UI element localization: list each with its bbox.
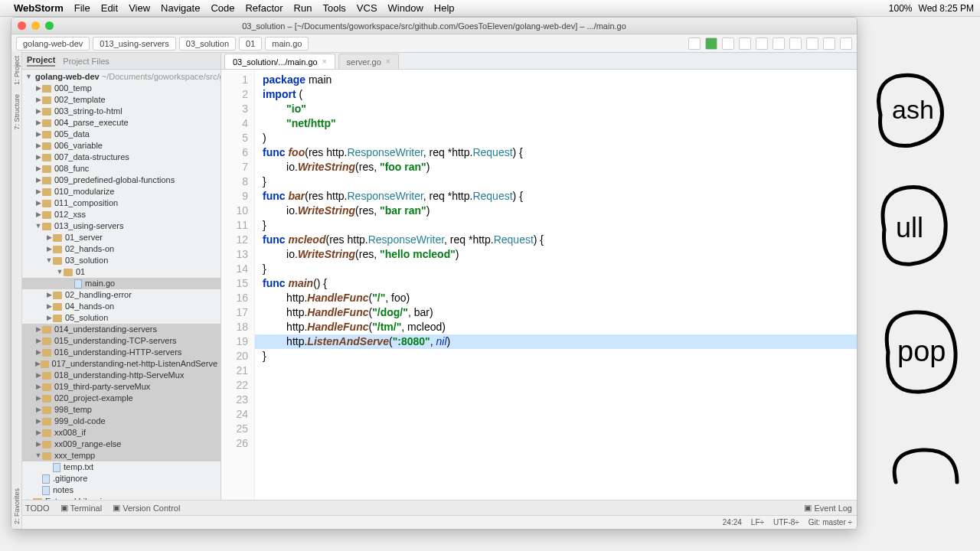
- coverage-icon[interactable]: [739, 37, 751, 50]
- project-root[interactable]: golang-web-dev: [35, 72, 100, 82]
- tree-node[interactable]: temp.txt: [22, 461, 220, 473]
- tree-node[interactable]: .gitignore: [22, 473, 220, 484]
- build-icon[interactable]: [688, 37, 701, 50]
- line-ending[interactable]: LF÷: [751, 518, 764, 527]
- tree-node[interactable]: main.go: [22, 278, 220, 289]
- project-tool-tab[interactable]: 1: Project: [13, 56, 21, 85]
- project-tab[interactable]: Project: [27, 55, 55, 67]
- menu-window[interactable]: Window: [388, 2, 423, 14]
- desktop-background-sketch: ash ull pop: [865, 23, 980, 528]
- tree-node[interactable]: ▶998_temp: [22, 404, 220, 416]
- editor-area: 03_solution/.../main.go× server.go× 1234…: [221, 53, 857, 500]
- menu-refactor[interactable]: Refactor: [245, 2, 283, 14]
- terminal-tool[interactable]: ▣ Terminal: [60, 503, 103, 513]
- menu-view[interactable]: View: [129, 2, 150, 14]
- breadcrumb[interactable]: main.go: [265, 37, 309, 51]
- update-icon[interactable]: [773, 37, 785, 50]
- tree-node[interactable]: ▶999_old-code: [22, 416, 220, 427]
- tree-node[interactable]: ▶xx009_range-else: [22, 439, 220, 450]
- favorites-tool-tab[interactable]: 2: Favorites: [13, 488, 21, 524]
- code-editor[interactable]: 1234567891011121314151617181920212223242…: [221, 70, 857, 500]
- tree-node[interactable]: ▶01_server: [22, 232, 220, 243]
- event-log-tool[interactable]: ▣ Event Log: [804, 503, 852, 513]
- menu-tools[interactable]: Tools: [322, 2, 345, 14]
- svg-text:ash: ash: [892, 95, 934, 124]
- breadcrumb[interactable]: 01: [239, 37, 262, 51]
- menu-edit[interactable]: Edit: [101, 2, 118, 14]
- ide-window: 03_solution – [~/Documents/goworkspace/s…: [11, 17, 858, 530]
- tree-node[interactable]: ▶014_understanding-servers: [22, 324, 220, 335]
- revert-icon[interactable]: [823, 37, 835, 50]
- tree-node[interactable]: ▼xxx_tempp: [22, 450, 220, 461]
- stop-icon[interactable]: [756, 37, 768, 50]
- tree-node[interactable]: ▶020_project-example: [22, 393, 220, 404]
- breadcrumb[interactable]: 03_solution: [179, 37, 236, 51]
- line-gutter: 1234567891011121314151617181920212223242…: [221, 70, 255, 500]
- tree-node[interactable]: ▶008_func: [22, 163, 220, 174]
- search-icon[interactable]: [840, 37, 852, 50]
- debug-icon[interactable]: [722, 37, 734, 50]
- tab-server-go[interactable]: server.go×: [338, 54, 399, 69]
- code-content[interactable]: package mainimport ( "io" "net/http")fun…: [255, 70, 857, 500]
- project-tree[interactable]: ▼golang-web-dev ~/Documents/goworkspace/…: [22, 70, 220, 500]
- menu-navigate[interactable]: Navigate: [161, 2, 200, 14]
- menu-vcs[interactable]: VCS: [357, 2, 377, 14]
- left-tool-strip: 1: Project 7: Structure 2: Favorites: [11, 51, 22, 529]
- git-branch[interactable]: Git: master ÷: [808, 518, 852, 527]
- battery-indicator[interactable]: 100%: [889, 3, 913, 14]
- caret-position: 24:24: [723, 518, 742, 527]
- tree-node[interactable]: ▶017_understanding-net-http-ListenAndSer…: [22, 358, 220, 370]
- tab-main-go[interactable]: 03_solution/.../main.go×: [224, 54, 335, 69]
- app-name[interactable]: WebStorm: [14, 2, 64, 14]
- tree-node[interactable]: ▶02_hands-on: [22, 243, 220, 255]
- tree-node[interactable]: ▶006_variable: [22, 140, 220, 152]
- structure-tool-tab[interactable]: 7: Structure: [13, 94, 21, 130]
- breadcrumb-bar: golang-web-dev 013_using-servers 03_solu…: [11, 34, 857, 53]
- tree-node[interactable]: ▶010_modularize: [22, 186, 220, 197]
- tree-node[interactable]: ▶005_data: [22, 129, 220, 140]
- menu-file[interactable]: File: [74, 2, 90, 14]
- tree-node[interactable]: ▶002_template: [22, 94, 220, 106]
- tree-node[interactable]: ▶018_understanding-http-ServeMux: [22, 370, 220, 381]
- tree-node[interactable]: ▶04_hands-on: [22, 301, 220, 312]
- window-title: 03_solution – [~/Documents/goworkspace/s…: [11, 21, 857, 31]
- commit-icon[interactable]: [789, 37, 802, 50]
- encoding[interactable]: UTF-8÷: [773, 518, 799, 527]
- tree-node[interactable]: ▶015_understanding-TCP-servers: [22, 335, 220, 347]
- menu-help[interactable]: Help: [434, 2, 455, 14]
- tree-node[interactable]: notes: [22, 484, 220, 496]
- tree-node[interactable]: ▼01: [22, 266, 220, 278]
- tree-node[interactable]: ▶012_xss: [22, 209, 220, 220]
- menu-run[interactable]: Run: [294, 2, 312, 14]
- tree-node[interactable]: ▶05_solution: [22, 312, 220, 324]
- svg-text:pop: pop: [897, 335, 946, 367]
- breadcrumb[interactable]: 013_using-servers: [93, 37, 176, 51]
- editor-tabs: 03_solution/.../main.go× server.go×: [221, 53, 857, 70]
- tree-node[interactable]: ▶007_data-structures: [22, 152, 220, 163]
- menu-code[interactable]: Code: [211, 2, 234, 14]
- tree-node[interactable]: ▶019_third-party-serveMux: [22, 381, 220, 393]
- clock[interactable]: Wed 8:25 PM: [919, 3, 974, 14]
- tree-node[interactable]: ▶004_parse_execute: [22, 117, 220, 129]
- tree-node[interactable]: ▶xx008_if: [22, 427, 220, 439]
- close-tab-icon[interactable]: ×: [322, 57, 327, 66]
- run-icon[interactable]: [705, 37, 717, 50]
- tree-node[interactable]: ▶016_understanding-HTTP-servers: [22, 347, 220, 358]
- close-tab-icon[interactable]: ×: [386, 57, 390, 66]
- tree-node[interactable]: ▼013_using-servers: [22, 220, 220, 232]
- tree-node[interactable]: ▶000_temp: [22, 83, 220, 94]
- tree-node[interactable]: ▶009_predefined-global-functions: [22, 174, 220, 186]
- tree-node[interactable]: ▶003_string-to-html: [22, 106, 220, 117]
- history-icon[interactable]: [806, 37, 818, 50]
- bottom-tool-strip: ✓ TODO ▣ Terminal ▣ Version Control ▣ Ev…: [11, 500, 857, 515]
- project-files-tab[interactable]: Project Files: [63, 57, 109, 66]
- status-bar: 24:24 LF÷ UTF-8÷ Git: master ÷: [11, 515, 857, 529]
- tree-node[interactable]: ▶011_composition: [22, 197, 220, 209]
- macos-menubar: WebStorm File Edit View Navigate Code Re…: [0, 0, 980, 17]
- svg-text:ull: ull: [896, 212, 923, 243]
- breadcrumb[interactable]: golang-web-dev: [16, 37, 90, 51]
- tree-node[interactable]: ▶02_handling-error: [22, 289, 220, 301]
- tree-node[interactable]: ▼03_solution: [22, 255, 220, 266]
- version-control-tool[interactable]: ▣ Version Control: [113, 503, 180, 513]
- project-sidebar: Project Project Files ▼golang-web-dev ~/…: [22, 53, 221, 500]
